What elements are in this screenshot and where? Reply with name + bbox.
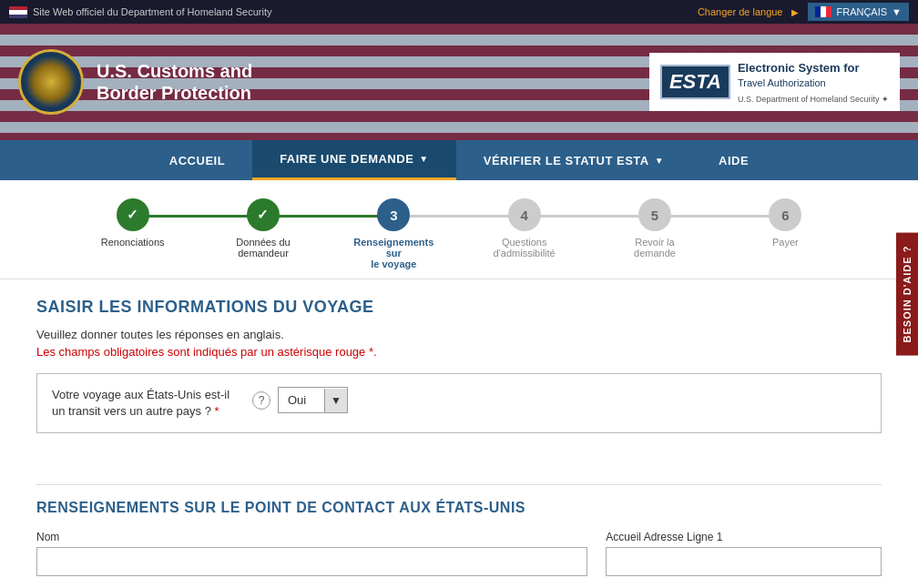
cbp-name: U.S. Customs and Border Protection (97, 60, 252, 104)
nav-faire-demande-arrow: ▼ (419, 154, 428, 164)
step-4: 4 Questionsd'admissibilité (459, 198, 589, 259)
language-selector[interactable]: FRANÇAIS ▼ (808, 3, 909, 21)
steps-container: ✓ Renonciations ✓ Données dudemandeur 3 … (67, 198, 851, 269)
step-2: ✓ Données dudemandeur (198, 198, 328, 259)
transit-select-wrapper[interactable]: Oui ▼ (278, 387, 348, 413)
language-change-link[interactable]: Changer de langue (698, 6, 783, 17)
seal-inner: ★ (48, 78, 55, 86)
transit-form-box: Votre voyage aux États-Unis est-il un tr… (36, 373, 882, 433)
esta-logo: ESTA Electronic System for Travel Author… (649, 53, 900, 111)
step-5-label: Revoir la demande (614, 237, 696, 259)
header-left: ★ U.S. Customs and Border Protection (18, 49, 252, 115)
step-4-circle: 4 (508, 198, 541, 231)
step-5-circle: 5 (638, 198, 671, 231)
transit-help-icon[interactable]: ? (252, 391, 270, 410)
nav-faire-demande[interactable]: FAIRE UNE DEMANDE ▼ (252, 140, 456, 180)
side-help-text: BESOIN D'AIDE ? (902, 246, 913, 343)
step-3: 3 Renseignements surle voyage (329, 198, 459, 269)
step-1-circle: ✓ (117, 198, 149, 231)
nom-input[interactable] (36, 547, 587, 576)
esta-logo-text: Electronic System for Travel Authorizati… (738, 60, 889, 91)
transit-select-value: Oui (279, 388, 324, 412)
contact-form-row: Nom Accueil Adresse Ligne 1 (36, 531, 882, 576)
section1-title: SAISIR LES INFORMATIONS DU VOYAGE (36, 298, 882, 317)
step-1-label: Renonciations (101, 237, 165, 248)
transit-select-arrow[interactable]: ▼ (324, 389, 347, 412)
section2-title: RENSEIGNEMENTS SUR LE POINT DE CONTACT A… (36, 484, 882, 516)
progress-section: ✓ Renonciations ✓ Données dudemandeur 3 … (0, 180, 918, 279)
transit-required-star: * (215, 404, 219, 418)
nav-aide[interactable]: AIDE (691, 140, 776, 180)
nav-verifier-arrow: ▼ (655, 156, 664, 166)
top-bar-right: Changer de langue ▶ FRANÇAIS ▼ (698, 3, 909, 21)
header-right: ESTA Electronic System for Travel Author… (649, 53, 900, 111)
lang-change-arrow: ▶ (791, 7, 799, 17)
top-bar-left: Site Web officiel du Department of Homel… (9, 6, 272, 18)
step-5: 5 Revoir la demande (589, 198, 719, 259)
cbp-seal: ★ (18, 49, 84, 115)
official-text: Site Web officiel du Department of Homel… (33, 6, 272, 17)
current-language: FRANÇAIS (836, 6, 887, 17)
step-1: ✓ Renonciations (67, 198, 198, 248)
header: ★ U.S. Customs and Border Protection EST… (0, 24, 918, 140)
main-content: SAISIR LES INFORMATIONS DU VOYAGE Veuill… (0, 279, 918, 470)
esta-line2: Travel Authorization (738, 76, 889, 90)
required-note: Les champs obligatoires sont indiqués pa… (36, 345, 882, 359)
nom-label: Nom (36, 531, 587, 543)
lang-dropdown-arrow: ▼ (892, 6, 902, 17)
step-3-circle: 3 (377, 198, 410, 231)
step-6-label: Payer (772, 237, 799, 248)
cbp-text: U.S. Customs and Border Protection (97, 60, 252, 104)
transit-control: ? Oui ▼ (252, 387, 348, 413)
section2: RENSEIGNEMENTS SUR LE POINT DE CONTACT A… (0, 470, 918, 588)
transit-label: Votre voyage aux États-Unis est-il un tr… (52, 387, 234, 420)
step-6-circle: 6 (769, 198, 801, 231)
step-3-label: Renseignements surle voyage (352, 237, 434, 269)
adresse-input[interactable] (606, 547, 882, 576)
adresse-label: Accueil Adresse Ligne 1 (606, 531, 882, 543)
nom-field: Nom (36, 531, 587, 576)
top-bar: Site Web officiel du Department of Homel… (0, 0, 918, 24)
main-nav: ACCUEIL FAIRE UNE DEMANDE ▼ VÉRIFIER LE … (0, 140, 918, 180)
side-help-button[interactable]: BESOIN D'AIDE ? (896, 233, 918, 356)
nav-verifier-statut[interactable]: VÉRIFIER LE STATUT ESTA ▼ (456, 140, 691, 180)
step-6: 6 Payer (720, 198, 851, 248)
esta-logo-text-block: Electronic System for Travel Authorizati… (738, 60, 889, 104)
dhs-flag (9, 6, 27, 18)
esta-line1: Electronic System for (738, 60, 889, 76)
step-2-label: Données dudemandeur (236, 237, 290, 259)
esta-dhs: U.S. Department of Homeland Security ✦ (738, 95, 889, 104)
step-2-circle: ✓ (247, 198, 280, 231)
step-4-label: Questionsd'admissibilité (494, 237, 556, 259)
esta-mark: ESTA (660, 65, 730, 99)
nav-accueil[interactable]: ACCUEIL (142, 140, 252, 180)
french-flag (815, 6, 831, 17)
adresse-field: Accueil Adresse Ligne 1 (606, 531, 882, 576)
instruction-text: Veuillez donner toutes les réponses en a… (36, 328, 882, 341)
